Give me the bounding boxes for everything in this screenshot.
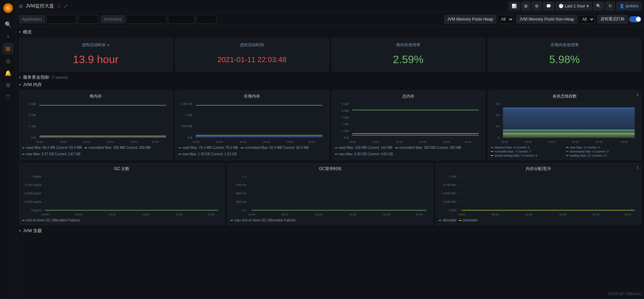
- svg-text:19:40: 19:40: [207, 213, 215, 216]
- golden-signals-header[interactable]: ▾ 服务黄金指标 (7 panels): [19, 74, 641, 80]
- svg-text:0.500 B/s: 0.500 B/s: [443, 192, 457, 195]
- gc-count-container: 1 ops/s 0.750 ops/s 0.500 ops/s 0.250 op…: [22, 173, 222, 217]
- gc-count-chart: GC 次数 1 ops/s 0.750 ops/s 0.500 ops/s 0.…: [19, 163, 225, 225]
- hostname-filter-input[interactable]: [126, 15, 166, 24]
- svg-text:19:40: 19:40: [621, 140, 628, 143]
- chart-button[interactable]: 📊: [509, 2, 520, 10]
- sidebar-item-dashboard[interactable]: ⊞: [3, 43, 14, 54]
- jvm-memory-header[interactable]: ▾ JVM 内存: [19, 82, 641, 88]
- filters-bar: Application hostname JVM Memory Pools He…: [16, 12, 644, 26]
- mem-alloc-legend: allocated promoted: [439, 218, 638, 222]
- mem-alloc-title: 内存分配/晋升: [439, 166, 638, 172]
- hostname-filter-label[interactable]: hostname: [101, 15, 125, 23]
- svg-text:1 GB: 1 GB: [29, 125, 36, 128]
- app-filter-input2[interactable]: [78, 15, 98, 24]
- restart-filter-label: 进程重启打标: [597, 15, 628, 24]
- svg-text:20: 20: [496, 113, 499, 117]
- svg-text:0.250 ops/s: 0.250 ops/s: [25, 200, 42, 203]
- legend-new: new Max: 0 Current: 0: [566, 146, 638, 149]
- svg-text:19:10: 19:10: [239, 140, 247, 143]
- svg-text:18:50: 18:50: [42, 213, 49, 216]
- gc-pause-container: 1 s 750 ms 500 ms 250 ms 0 s 18:50 19:00…: [230, 173, 430, 217]
- svg-text:19:10: 19:10: [395, 140, 403, 143]
- svg-text:19:20: 19:20: [572, 140, 579, 143]
- legend-terminated: terminated Max: 0 Current: 0: [566, 150, 638, 153]
- hostname-filter-input2[interactable]: [168, 15, 195, 24]
- user-menu[interactable]: 👤 jenkins: [616, 2, 641, 10]
- heap-filter-select[interactable]: All: [497, 15, 514, 24]
- svg-text:18:50: 18:50: [192, 140, 199, 143]
- process-uptime-card: 进程启动时长 ▾ 13.9 hour: [19, 38, 173, 72]
- nonheap-usage-title: 非堆内存使用率: [493, 42, 636, 48]
- nonheap-usage-card: 非堆内存使用率 5.98%: [488, 38, 641, 72]
- sidebar-item-shield[interactable]: 🛡: [3, 92, 14, 103]
- gc-charts: GC 次数 1 ops/s 0.750 ops/s 0.500 ops/s 0.…: [19, 163, 641, 225]
- legend-timed-waiting: timed-waiting Max: 4 Current: 4: [491, 154, 563, 157]
- thread-info-icon[interactable]: ℹ: [637, 93, 638, 97]
- jvm-load-header[interactable]: ▾ JVM 负载: [19, 228, 641, 234]
- svg-text:18:50: 18:50: [501, 140, 508, 143]
- settings-button[interactable]: ⚙: [532, 2, 542, 10]
- svg-text:0 s: 0 s: [242, 209, 247, 212]
- legend-nh-used: used Max: 79.3 MB Current: 79.3 MB: [178, 146, 238, 150]
- svg-text:19:20: 19:20: [559, 213, 567, 216]
- legend-waiting: waiting Max: 27 Current: 27: [566, 154, 638, 157]
- zoom-out-button[interactable]: 🔍: [593, 2, 604, 10]
- svg-text:3 GB: 3 GB: [29, 102, 36, 106]
- app-filter-input[interactable]: [46, 15, 77, 24]
- heap-usage-card: 堆内存使用率 2.59%: [332, 38, 485, 72]
- process-start-time-card: 进程启动时间 2021-01-11 22:03:48: [175, 38, 329, 72]
- legend-blocked: blocked Max: 0 Current: 0: [491, 146, 563, 149]
- jvm-load-chevron: ▾: [19, 228, 21, 233]
- refresh-button[interactable]: ↻: [606, 2, 615, 10]
- heap-chart-container: 3 GB 2 GB 1 GB 0 B 18:50 19:00 19:10 19:…: [22, 101, 170, 144]
- svg-text:19:00: 19:00: [281, 213, 289, 216]
- mem-alloc-info-icon[interactable]: ℹ: [637, 165, 638, 170]
- svg-text:0 B: 0 B: [344, 136, 349, 139]
- svg-text:19:20: 19:20: [143, 213, 150, 216]
- restart-toggle[interactable]: [629, 16, 641, 22]
- legend-nh-committed: committed Max: 82.9 MB Current: 82.9 MB: [241, 146, 309, 150]
- svg-text:0 B: 0 B: [187, 136, 192, 139]
- heap-chart-legend: used Max: 69.4 MB Current: 69.4 MB commi…: [22, 146, 170, 156]
- time-range-picker[interactable]: 🕐 Last 1 hour ▾: [556, 2, 592, 10]
- username: jenkins: [626, 4, 638, 8]
- app-filter-label[interactable]: Application: [19, 15, 45, 23]
- uptime-chevron[interactable]: ▾: [107, 43, 109, 48]
- jvm-load-title: JVM 负载: [23, 228, 42, 234]
- golden-signals-subtitle: (7 panels): [51, 75, 68, 79]
- jvm-memory-charts: 堆内存: [19, 90, 641, 160]
- total-chart-title: 总内存: [335, 93, 482, 99]
- sidebar-item-add[interactable]: ＋: [3, 31, 14, 42]
- legend-used: used Max: 69.4 MB Current: 69.4 MB: [22, 146, 82, 150]
- svg-text:0 B/s: 0 B/s: [449, 209, 457, 212]
- jvm-memory-title: JVM 内存: [23, 82, 42, 88]
- svg-text:19:00: 19:00: [372, 140, 379, 143]
- svg-text:18:50: 18:50: [349, 140, 356, 143]
- svg-text:0.750 B/s: 0.750 B/s: [443, 183, 457, 187]
- svg-text:500 ms: 500 ms: [236, 192, 247, 195]
- legend-allocated: allocated: [439, 218, 456, 222]
- sidebar-item-explore[interactable]: ◎: [3, 55, 14, 66]
- sidebar-logo[interactable]: G: [3, 3, 14, 13]
- comment-button[interactable]: 💬: [543, 2, 554, 10]
- sidebar-item-search[interactable]: 🔍: [3, 19, 14, 30]
- share-icon[interactable]: ⤢: [64, 3, 68, 9]
- sidebar: G 🔍 ＋ ⊞ ◎ 🔔 ⚙ 🛡: [0, 0, 16, 299]
- heap-usage-value: 2.59%: [337, 53, 480, 66]
- nonheap-filter-select[interactable]: All: [578, 15, 595, 24]
- svg-text:19:20: 19:20: [419, 140, 426, 143]
- overview-section-header[interactable]: ▾ 概览: [19, 29, 641, 35]
- svg-text:10: 10: [496, 125, 499, 128]
- sidebar-item-alerts[interactable]: 🔔: [3, 67, 14, 78]
- hostname-filter-input3[interactable]: [196, 15, 216, 24]
- dashboard-grid-icon: ⊞: [19, 3, 23, 9]
- topbar-left: ⊞ JVM监控大盘 ☆ ⤢: [19, 3, 509, 9]
- sidebar-item-settings[interactable]: ⚙: [3, 80, 14, 90]
- grid-button[interactable]: ⊞: [521, 2, 531, 10]
- thread-chart-title: 各状态线程数: [491, 93, 638, 99]
- time-range-label: Last 1 hour: [565, 4, 585, 8]
- star-icon[interactable]: ☆: [57, 3, 61, 9]
- total-chart-legend: used Max: 149 MB Current: 149 MB committ…: [335, 146, 482, 156]
- svg-text:19:30: 19:30: [595, 140, 602, 143]
